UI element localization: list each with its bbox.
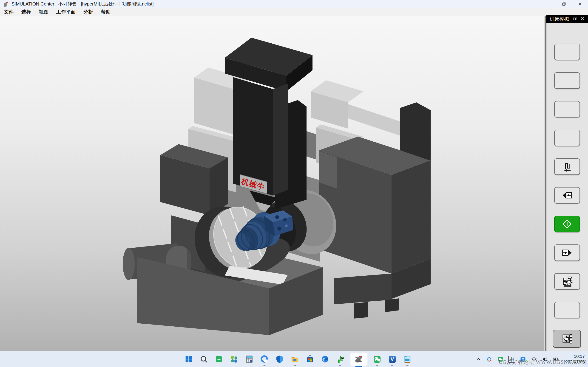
- panel-header[interactable]: 机床模拟: [546, 15, 588, 23]
- menu-item-2[interactable]: 选择: [17, 9, 35, 15]
- close-button[interactable]: [572, 0, 588, 8]
- taskbar-clock[interactable]: 10:17 2026/1/26: [565, 354, 585, 365]
- volume-icon: [542, 356, 548, 362]
- panel-button-10[interactable]: [554, 302, 580, 318]
- store-icon: [305, 355, 315, 364]
- wifi-icon: [531, 356, 537, 362]
- cnc-tool-app-indicator: [339, 365, 341, 366]
- taskbar-tray: 中Q 10:17 2026/1/26: [473, 351, 588, 367]
- qq-browser-app-indicator: [264, 365, 266, 366]
- v-app-indicator: [391, 365, 393, 366]
- qtray-icon: Q: [520, 356, 526, 362]
- simulation-center-app-indicator: [355, 366, 362, 367]
- xapp-icon: [230, 355, 239, 364]
- machine-right-cover: [347, 104, 405, 137]
- cncapp-icon: [336, 355, 345, 364]
- wechat-icon: [372, 355, 382, 364]
- collapse-left-icon: [561, 333, 573, 345]
- step-back-button[interactable]: [554, 187, 580, 204]
- minimize-button[interactable]: [540, 0, 556, 8]
- window-controls: [540, 0, 588, 8]
- menu-item-6[interactable]: 帮助: [97, 9, 114, 15]
- machine-3d-viewport[interactable]: 机械牛: [0, 16, 544, 351]
- collapse-panel-button[interactable]: [553, 330, 581, 348]
- panel-restore-button[interactable]: [572, 18, 580, 22]
- step-back-icon: [561, 189, 573, 201]
- clock-time: 10:17: [565, 354, 585, 359]
- green-bag-app[interactable]: [214, 352, 224, 367]
- blank-icon: [561, 304, 573, 316]
- svg-text:V: V: [390, 356, 394, 362]
- blank-icon: [561, 103, 573, 115]
- qqbrowser-icon: [260, 355, 269, 364]
- edge-app[interactable]: [320, 352, 330, 367]
- folder-icon: [290, 355, 299, 364]
- menu-item-1[interactable]: 文件: [0, 9, 17, 15]
- start-button[interactable]: [183, 352, 194, 367]
- x-shape-app[interactable]: [229, 352, 239, 367]
- tray-battery[interactable]: [553, 356, 559, 362]
- step-forward-button[interactable]: [554, 244, 580, 261]
- panel-button-2[interactable]: [554, 72, 580, 89]
- machine-3d-view: 机械牛: [0, 16, 544, 351]
- notepad-app-indicator: [406, 365, 408, 366]
- vapp-icon: V: [388, 355, 397, 364]
- tray-wechat[interactable]: [497, 356, 504, 362]
- notepad-app[interactable]: [402, 352, 413, 367]
- win-icon: [184, 355, 193, 364]
- block-return-button[interactable]: [554, 158, 580, 175]
- svg-text:Q: Q: [522, 357, 525, 361]
- machine-simulation-panel: 机床模拟: [546, 16, 588, 351]
- restore-button[interactable]: [556, 0, 572, 8]
- menu-item-4[interactable]: 工作平面: [52, 9, 79, 15]
- calculator-app[interactable]: [244, 352, 255, 367]
- block-return-icon: [561, 161, 573, 173]
- battery-icon: [553, 356, 559, 362]
- screen: SIMULATION Center - 不可转售 - [hyperMILL后处理…: [0, 0, 588, 367]
- panel-close-button[interactable]: [580, 18, 588, 22]
- taskbar: V 中Q 10:17 2026/1/26: [0, 351, 588, 367]
- tray-ime[interactable]: 中: [508, 356, 515, 363]
- qq-browser-app[interactable]: [259, 352, 270, 367]
- panel-button-4[interactable]: [554, 130, 580, 146]
- search-icon: [199, 355, 208, 364]
- panel-button-3[interactable]: [554, 101, 580, 117]
- tray-chevron-up[interactable]: [475, 356, 482, 362]
- microsoft-store-app[interactable]: [305, 352, 315, 367]
- menu-item-5[interactable]: 分析: [79, 9, 97, 15]
- search-button[interactable]: [199, 352, 209, 367]
- cnc-tool-app[interactable]: [335, 352, 346, 367]
- step-forward-icon: [561, 247, 573, 259]
- simulation-center-app[interactable]: [350, 352, 367, 366]
- tray-volume[interactable]: [542, 356, 548, 362]
- tray-qq-browser[interactable]: Q: [520, 356, 526, 362]
- tray-qq[interactable]: [486, 356, 493, 362]
- wechat-app-indicator: [376, 365, 378, 366]
- simapp-icon: [354, 355, 363, 364]
- blank-icon: [561, 46, 573, 58]
- blank-icon: [561, 132, 573, 144]
- panel-button-1[interactable]: [554, 44, 580, 60]
- greenbag-icon: [214, 355, 224, 364]
- panel-header-controls: [572, 16, 588, 22]
- title-bar: SIMULATION Center - 不可转售 - [hyperMILL后处理…: [0, 0, 588, 8]
- app-icon: [3, 1, 9, 7]
- v-app[interactable]: V: [387, 352, 398, 367]
- chevron-icon: [475, 356, 482, 362]
- panel-title: 机床模拟: [550, 16, 572, 22]
- taskbar-apps: V: [181, 351, 415, 367]
- windows-security-app[interactable]: [274, 352, 285, 367]
- calc-icon: [245, 355, 254, 364]
- file-explorer-app[interactable]: [290, 352, 300, 367]
- start-simulation-button[interactable]: [554, 216, 580, 232]
- file-explorer-app-indicator: [294, 365, 296, 366]
- start-diamond-icon: [561, 218, 573, 230]
- ime-indicator-icon: 中: [508, 356, 515, 363]
- wechat-app[interactable]: [372, 352, 382, 367]
- clock-date: 2026/1/26: [565, 359, 585, 365]
- menu-item-3[interactable]: 视图: [35, 9, 52, 15]
- collision-check-button[interactable]: [554, 273, 580, 290]
- collision-icon: [561, 275, 573, 287]
- wechatmini-icon: [497, 356, 504, 362]
- tray-wifi[interactable]: [531, 356, 537, 362]
